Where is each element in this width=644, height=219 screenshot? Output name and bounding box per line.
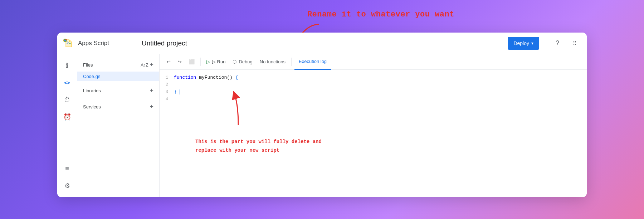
history-icon-btn[interactable]: ⏱ <box>60 93 74 107</box>
main-window: Apps Script Untitled project Deploy ▾ ? … <box>57 33 587 197</box>
open-brace: { <box>235 75 238 80</box>
line-num-2: 2 <box>160 81 174 88</box>
help-button[interactable]: ? <box>551 37 564 50</box>
line-num-3: 3 <box>160 88 174 96</box>
services-section: Services + <box>77 99 159 115</box>
grid-button[interactable]: ⠿ <box>568 37 581 50</box>
run-button[interactable]: ▷ ▷ Run <box>204 56 228 68</box>
clock-icon-btn[interactable]: ⏰ <box>60 110 74 124</box>
annotation-bottom-line2: replace with your new script <box>195 146 322 155</box>
line-num-1: 1 <box>160 74 174 81</box>
add-service-icon[interactable]: + <box>150 103 153 111</box>
code-line-2: 2 <box>160 81 587 88</box>
editor-area: ↩ ↪ ⬜ ▷ ▷ Run ⬡ Debug No functi <box>160 54 587 197</box>
services-label: Services <box>83 104 101 110</box>
toolbar-sep-1 <box>200 58 201 66</box>
info-icon-btn[interactable]: ℹ <box>60 58 74 73</box>
no-functions-label: No functions <box>260 59 286 64</box>
grid-icon: ⠿ <box>573 40 577 46</box>
execution-log-label: Execution log <box>299 59 327 64</box>
redo-icon: ↪ <box>178 59 182 64</box>
icon-rail: ℹ <> ⏱ ⏰ ≡ ⚙ <box>57 54 77 197</box>
code-text-1: function myFunction() { <box>174 74 238 81</box>
code-icon-btn[interactable]: <> <box>60 76 74 90</box>
debug-icon: ⬡ <box>233 59 236 64</box>
files-section: Files A↕Z + Code.gs <box>77 57 159 83</box>
history-icon: ⏱ <box>64 96 70 104</box>
gear-icon-btn[interactable]: ⚙ <box>60 179 74 193</box>
toolbar: ↩ ↪ ⬜ ▷ ▷ Run ⬡ Debug No functi <box>160 54 587 70</box>
close-brace: } <box>174 89 177 94</box>
apps-script-logo-icon <box>63 38 74 49</box>
deploy-label: Deploy <box>513 40 529 46</box>
libraries-section: Libraries + <box>77 83 159 99</box>
save-icon: ⬜ <box>189 59 195 64</box>
code-line-1: 1 function myFunction() { <box>160 74 587 81</box>
project-name-label[interactable]: Untitled project <box>142 39 508 47</box>
deploy-chevron-icon: ▾ <box>531 41 533 46</box>
cursor-indicator <box>180 89 180 94</box>
header: Apps Script Untitled project Deploy ▾ ? … <box>57 33 587 54</box>
files-header-icons: A↕Z + <box>141 61 153 69</box>
run-play-icon: ▷ <box>206 59 210 64</box>
files-header: Files A↕Z + <box>77 58 159 72</box>
file-name-label: Code.gs <box>83 74 100 79</box>
debug-label: Debug <box>239 59 252 64</box>
code-icon: <> <box>64 80 70 86</box>
debug-button[interactable]: ⬡ Debug <box>230 56 255 68</box>
annotation-bottom: This is the part you will fully delete a… <box>195 138 322 155</box>
clock-icon: ⏰ <box>63 113 71 121</box>
deploy-button[interactable]: Deploy ▾ <box>508 37 539 50</box>
arrow-code-icon <box>224 91 253 127</box>
run-label: ▷ Run <box>212 59 225 64</box>
help-icon: ? <box>556 39 559 47</box>
add-file-icon[interactable]: + <box>150 61 153 69</box>
logo-area: Apps Script <box>63 38 135 49</box>
sort-icon[interactable]: A↕Z <box>141 63 148 68</box>
list-icon-btn[interactable]: ≡ <box>60 161 74 176</box>
libraries-row[interactable]: Libraries + <box>77 84 159 97</box>
header-divider <box>545 37 545 50</box>
undo-button[interactable]: ↩ <box>164 56 174 68</box>
function-name: myFunction() <box>199 75 235 80</box>
annotation-top: Rename it to whatever you want <box>307 10 454 19</box>
files-label: Files <box>83 62 93 68</box>
execution-log-tab[interactable]: Execution log <box>294 54 331 70</box>
body: ℹ <> ⏱ ⏰ ≡ ⚙ Files <box>57 54 587 197</box>
code-text-3: } <box>174 88 180 96</box>
annotation-bottom-line1: This is the part you will fully delete a… <box>195 138 322 146</box>
undo-icon: ↩ <box>167 59 171 64</box>
sidebar-file-code-gs[interactable]: Code.gs <box>77 72 159 81</box>
list-icon: ≡ <box>65 165 69 172</box>
gear-icon: ⚙ <box>64 182 70 190</box>
libraries-label: Libraries <box>83 88 101 93</box>
toolbar-sep-2 <box>291 58 292 66</box>
save-button[interactable]: ⬜ <box>186 56 197 68</box>
info-icon: ℹ <box>66 62 68 69</box>
sidebar: Files A↕Z + Code.gs Libraries + <box>77 54 160 197</box>
redo-button[interactable]: ↪ <box>175 56 185 68</box>
services-row[interactable]: Services + <box>77 100 159 113</box>
code-editor[interactable]: 1 function myFunction() { 2 3 } <box>160 70 587 197</box>
no-functions-button[interactable]: No functions <box>257 56 288 68</box>
app-name-label: Apps Script <box>78 40 109 47</box>
line-num-4: 4 <box>160 96 174 103</box>
header-actions: Deploy ▾ ? ⠿ <box>508 37 581 50</box>
add-library-icon[interactable]: + <box>150 87 153 94</box>
keyword-function: function <box>174 75 196 80</box>
